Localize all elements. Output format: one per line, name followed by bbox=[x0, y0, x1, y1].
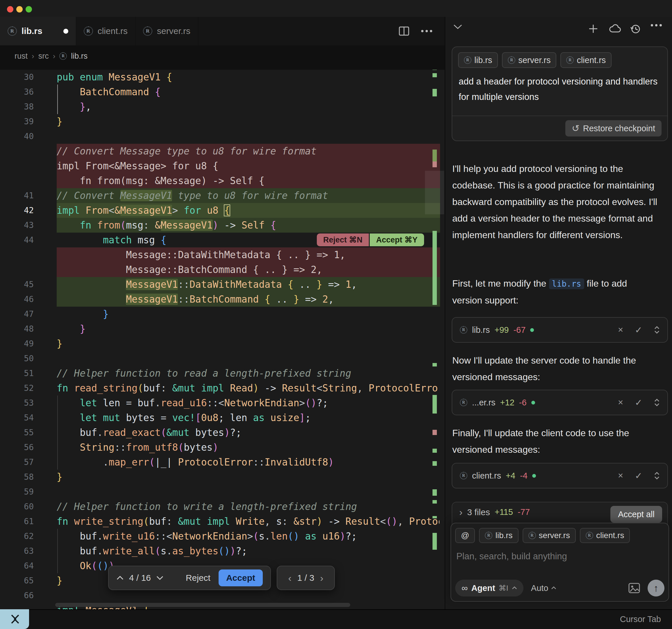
breadcrumb-item[interactable]: rust bbox=[15, 52, 28, 61]
code-line[interactable]: 59 bbox=[0, 484, 445, 499]
breadcrumb-item[interactable]: lib.rs bbox=[71, 52, 88, 61]
code-text[interactable]: Message::BatchCommand { .. } => 2, bbox=[57, 262, 439, 277]
tab-server-rs[interactable]: R server.rs bbox=[136, 17, 198, 45]
code-line[interactable]: 40 bbox=[0, 129, 445, 144]
inline-accept-button[interactable]: Accept ⌘Y bbox=[370, 233, 424, 246]
code-text[interactable]: // Convert MessageV1 type to u8 for wire… bbox=[57, 188, 439, 203]
code-line[interactable]: 30pub enum MessageV1 { bbox=[0, 70, 445, 84]
code-text[interactable]: buf.write_all(s.as_bytes())?; bbox=[57, 544, 439, 558]
code-text[interactable]: let mut bytes = vec![0u8; len as usize]; bbox=[57, 410, 439, 425]
code-line[interactable]: Message::BatchCommand { .. } => 2, bbox=[0, 262, 445, 277]
code-text[interactable]: .map_err(|_| ProtocolError::InvalidUtf8) bbox=[57, 455, 439, 470]
reject-file-icon[interactable]: × bbox=[618, 325, 623, 335]
code-text[interactable]: buf.write_u16::<NetworkEndian>(s.len() a… bbox=[57, 529, 439, 544]
code-text[interactable]: // Convert Message type to u8 for wire f… bbox=[57, 144, 439, 158]
maximize-window-button[interactable] bbox=[26, 6, 32, 12]
code-line[interactable]: 50 bbox=[0, 351, 445, 366]
accept-button[interactable]: Accept bbox=[219, 570, 263, 586]
chat-more-icon[interactable] bbox=[650, 24, 662, 27]
code-line[interactable]: 39} bbox=[0, 114, 445, 129]
code-line[interactable]: impl From<&Message> for u8 { bbox=[0, 158, 445, 173]
code-text[interactable]: impl From<&MessageV1> for u8 { bbox=[57, 203, 439, 218]
code-line[interactable]: 36 BatchCommand { bbox=[0, 84, 445, 99]
expand-file-icon[interactable] bbox=[654, 326, 660, 334]
code-text[interactable]: }, bbox=[57, 99, 439, 114]
close-window-button[interactable] bbox=[7, 6, 14, 12]
code-text[interactable] bbox=[57, 351, 439, 366]
code-text[interactable]: fn from(msg: &MessageV1) -> Self { bbox=[57, 218, 439, 233]
code-line[interactable]: 63 buf.write_all(s.as_bytes())?; bbox=[0, 544, 445, 558]
restore-checkpoint-button[interactable]: ↺ Restore checkpoint bbox=[565, 120, 662, 136]
code-text[interactable]: } bbox=[57, 322, 439, 336]
diff-card-client-rs[interactable]: R client.rs +4 -4 × ✓ bbox=[452, 463, 668, 488]
attach-image-icon[interactable] bbox=[628, 583, 640, 593]
reject-file-icon[interactable]: × bbox=[618, 397, 623, 408]
code-line[interactable]: 49} bbox=[0, 336, 445, 351]
accept-file-icon[interactable]: ✓ bbox=[635, 397, 642, 408]
code-text[interactable]: } bbox=[57, 307, 439, 322]
horizontal-scrollbar[interactable] bbox=[55, 603, 350, 607]
agent-mode-selector[interactable]: ∞ Agent ⌘I bbox=[455, 580, 524, 597]
tab-client-rs[interactable]: R client.rs bbox=[76, 17, 136, 45]
expand-files-icon[interactable]: › bbox=[459, 506, 462, 518]
next-file-icon[interactable]: › bbox=[320, 572, 323, 584]
prev-file-icon[interactable]: ‹ bbox=[288, 572, 291, 584]
code-text[interactable]: } bbox=[57, 336, 439, 351]
panel-toggle-button[interactable] bbox=[0, 609, 29, 629]
code-text[interactable]: impl From<&Message> for u8 { bbox=[57, 158, 439, 173]
code-text[interactable]: fn read_string(buf: &mut impl Read) -> R… bbox=[57, 381, 439, 396]
prev-diff-icon[interactable] bbox=[116, 576, 124, 580]
code-text[interactable]: Message::DataWithMetadata { .. } => 1, bbox=[57, 247, 439, 262]
chat-composer[interactable]: @ Rlib.rs Rserver.rs Rclient.rs Plan, se… bbox=[451, 523, 669, 602]
code-text[interactable]: // Helper function to write a length-pre… bbox=[57, 499, 439, 514]
diff-card-server-rs[interactable]: R ...er.rs +12 -6 × ✓ bbox=[452, 390, 668, 415]
add-context-button[interactable]: @ bbox=[455, 528, 475, 543]
editor-more-icon[interactable] bbox=[421, 30, 432, 32]
context-pill-client-rs[interactable]: Rclient.rs bbox=[560, 52, 611, 68]
reject-button[interactable]: Reject bbox=[186, 573, 211, 583]
split-editor-icon[interactable] bbox=[399, 26, 409, 36]
next-diff-icon[interactable] bbox=[156, 576, 164, 580]
diff-card-lib-rs[interactable]: R lib.rs +99 -67 × ✓ bbox=[452, 317, 668, 343]
expand-file-icon[interactable] bbox=[654, 471, 660, 480]
code-text[interactable] bbox=[57, 484, 439, 499]
code-text[interactable] bbox=[57, 129, 439, 144]
code-text[interactable]: pub enum MessageV1 { bbox=[57, 70, 439, 84]
accept-all-button[interactable]: Accept all bbox=[610, 506, 662, 523]
model-selector[interactable]: Auto bbox=[531, 583, 557, 593]
code-text[interactable]: fn write_string(buf: &mut impl Write, s:… bbox=[57, 514, 439, 529]
code-line[interactable]: 53 let len = buf.read_u16::<NetworkEndia… bbox=[0, 396, 445, 410]
code-text[interactable]: // Helper function to read a length-pref… bbox=[57, 366, 439, 381]
code-text[interactable]: String::from_utf8(bytes) bbox=[57, 440, 439, 455]
code-text[interactable]: BatchCommand { bbox=[57, 84, 439, 99]
expand-file-icon[interactable] bbox=[654, 398, 660, 407]
tab-lib-rs[interactable]: R lib.rs bbox=[0, 17, 76, 45]
breadcrumb-item[interactable]: src bbox=[39, 52, 49, 61]
code-text[interactable]: } bbox=[57, 470, 439, 484]
code-line[interactable]: // Convert Message type to u8 for wire f… bbox=[0, 144, 445, 158]
code-line[interactable]: 57 .map_err(|_| ProtocolError::InvalidUt… bbox=[0, 455, 445, 470]
composer-pill-client-rs[interactable]: Rclient.rs bbox=[580, 528, 630, 543]
new-chat-icon[interactable] bbox=[588, 24, 598, 34]
code-text[interactable] bbox=[57, 588, 439, 603]
code-line[interactable]: 44 match msg {Reject ⌘NAccept ⌘Y bbox=[0, 233, 445, 247]
collapse-chat-icon[interactable] bbox=[453, 24, 463, 30]
code-text[interactable]: } bbox=[57, 114, 439, 129]
code-line[interactable]: 56 String::from_utf8(bytes) bbox=[0, 440, 445, 455]
code-text[interactable]: fn from(msg: &Message) -> Self { bbox=[57, 173, 439, 188]
history-icon[interactable] bbox=[630, 24, 641, 34]
cursor-tab-status[interactable]: Cursor Tab bbox=[620, 614, 661, 624]
accept-file-icon[interactable]: ✓ bbox=[635, 471, 642, 481]
code-line[interactable]: 41// Convert MessageV1 type to u8 for wi… bbox=[0, 188, 445, 203]
code-line[interactable]: 46 MessageV1::BatchCommand { .. } => 2, bbox=[0, 292, 445, 307]
accept-file-icon[interactable]: ✓ bbox=[635, 325, 642, 335]
inline-code-chip[interactable]: lib.rs bbox=[549, 278, 584, 289]
code-editor[interactable]: 30pub enum MessageV1 {36 BatchCommand {3… bbox=[0, 70, 445, 609]
send-button[interactable]: ↑ bbox=[648, 580, 665, 597]
code-line[interactable]: 52fn read_string(buf: &mut impl Read) ->… bbox=[0, 381, 445, 396]
code-line[interactable]: Message::DataWithMetadata { .. } => 1, bbox=[0, 247, 445, 262]
code-text[interactable]: let len = buf.read_u16::<NetworkEndian>(… bbox=[57, 396, 439, 410]
code-line[interactable]: 42impl From<&MessageV1> for u8 { bbox=[0, 203, 445, 218]
code-line[interactable]: 48 } bbox=[0, 322, 445, 336]
code-line[interactable]: 58} bbox=[0, 470, 445, 484]
